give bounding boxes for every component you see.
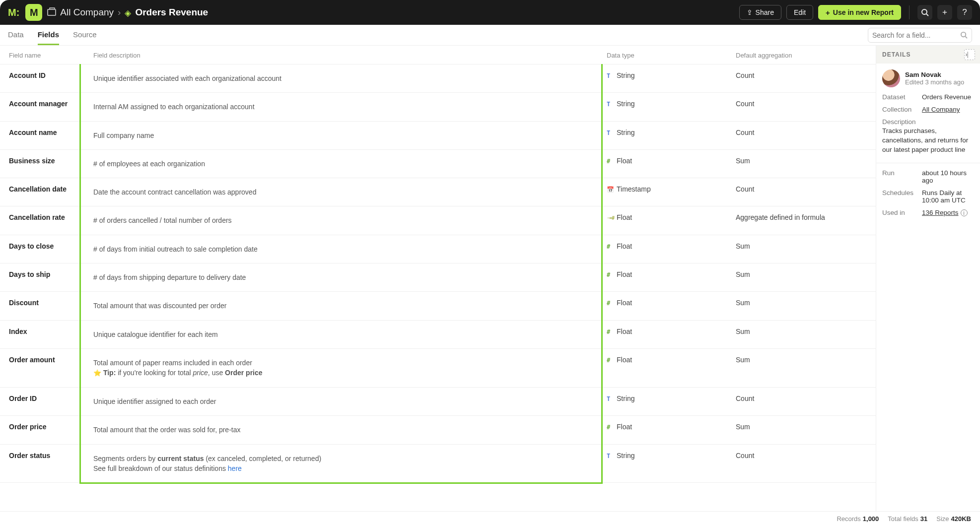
field-name: Account name <box>0 121 84 149</box>
table-row[interactable]: Order amountTotal amount of paper reams … <box>0 348 876 387</box>
svg-point-2 <box>961 32 966 37</box>
help-icon[interactable]: ? <box>957 5 972 20</box>
divider <box>909 5 910 19</box>
table-row[interactable]: Account IDUnique identifier associated w… <box>0 65 876 93</box>
field-description: Full company name <box>84 121 598 149</box>
field-type: #Float <box>598 235 727 263</box>
tab-source[interactable]: Source <box>73 25 97 45</box>
field-description: Total amount that was discounted per ord… <box>84 292 598 320</box>
sub-bar: Data Fields Source <box>0 25 980 46</box>
type-icon: T <box>607 395 614 402</box>
search-icon[interactable] <box>917 5 932 20</box>
plus-icon: + <box>826 8 830 17</box>
type-icon: 📅 <box>607 186 614 193</box>
col-field-desc[interactable]: Field description <box>84 46 598 65</box>
field-search-input[interactable] <box>872 31 960 39</box>
footer-size-val: 420KB <box>951 515 971 523</box>
field-description: Unique identifier assigned to each order <box>84 388 598 416</box>
field-type: TString <box>598 388 727 416</box>
table-row[interactable]: Account nameFull company nameTStringCoun… <box>0 121 876 149</box>
field-name: Order ID <box>0 388 84 416</box>
field-name: Order price <box>0 416 84 444</box>
details-used-link[interactable]: 136 Reportsi <box>922 209 974 216</box>
details-header-label: DETAILS <box>882 51 910 58</box>
details-collection-key: Collection <box>882 106 922 113</box>
footer-records-val: 1,000 <box>863 515 879 523</box>
field-name: Days to ship <box>0 263 84 292</box>
chevron-right-icon: › <box>118 7 121 18</box>
table-row[interactable]: Order statusSegments orders by current s… <box>0 444 876 483</box>
field-aggregation: Sum <box>727 235 876 263</box>
type-icon: T <box>607 130 614 136</box>
breadcrumb-collection[interactable]: All Company <box>60 7 114 18</box>
field-aggregation: Count <box>727 65 876 93</box>
field-description: # of days from shipping departure to del… <box>84 263 598 292</box>
table-row[interactable]: Order IDUnique identifier assigned to ea… <box>0 388 876 416</box>
field-search[interactable] <box>868 28 972 43</box>
table-header-row: Field name Field description Data type D… <box>0 46 876 65</box>
table-row[interactable]: Cancellation dateDate the account contra… <box>0 178 876 206</box>
table-row[interactable]: IndexUnique catalogue identifier for eac… <box>0 320 876 348</box>
collection-icon <box>47 9 56 16</box>
field-name: Cancellation rate <box>0 206 84 235</box>
brand-logo[interactable]: M <box>25 4 42 21</box>
details-header: DETAILS ›⎸ <box>876 46 980 64</box>
col-data-type[interactable]: Data type <box>598 46 727 65</box>
avatar <box>882 69 900 87</box>
edit-button[interactable]: Edit <box>786 5 813 20</box>
field-description: # of days from initial outreach to sale … <box>84 235 598 263</box>
topbar: M: M All Company › ◈ Orders Revenue ⇪ Sh… <box>0 0 980 25</box>
table-row[interactable]: Order priceTotal amount that the order w… <box>0 416 876 444</box>
details-body: Sam Novak Edited 3 months ago DatasetOrd… <box>876 64 980 221</box>
details-collection-link[interactable]: All Company <box>922 106 974 113</box>
table-row[interactable]: Account managerInternal AM assigned to e… <box>0 93 876 121</box>
table-row[interactable]: Cancellation rate# of orders cancelled /… <box>0 206 876 235</box>
field-aggregation: Count <box>727 444 876 483</box>
footer-records-key: Records <box>837 515 860 523</box>
tab-data[interactable]: Data <box>8 25 24 45</box>
field-aggregation: Count <box>727 178 876 206</box>
edit-button-label: Edit <box>794 8 806 16</box>
field-description: Date the account contract cancellation w… <box>84 178 598 206</box>
add-icon[interactable]: + <box>937 5 952 20</box>
field-type: #Float <box>598 263 727 292</box>
details-user-sub: Edited 3 months ago <box>905 78 964 86</box>
breadcrumb-dataset[interactable]: Orders Revenue <box>135 7 208 18</box>
field-name: Cancellation date <box>0 178 84 206</box>
col-default-agg[interactable]: Default aggregation <box>727 46 876 65</box>
tab-fields[interactable]: Fields <box>38 25 59 45</box>
table-row[interactable]: Days to close# of days from initial outr… <box>0 235 876 263</box>
details-panel: DETAILS ›⎸ Sam Novak Edited 3 months ago… <box>876 46 980 511</box>
collapse-panel-icon[interactable]: ›⎸ <box>964 49 975 60</box>
use-in-report-button[interactable]: + Use in new Report <box>818 5 901 20</box>
table-row[interactable]: Business size# of employees at each orga… <box>0 149 876 178</box>
svg-point-0 <box>922 9 927 14</box>
field-name: Index <box>0 320 84 348</box>
field-description: Unique catalogue identifier for each ite… <box>84 320 598 348</box>
field-type: #Float <box>598 348 727 387</box>
field-aggregation: Sum <box>727 416 876 444</box>
tabs: Data Fields Source <box>8 25 97 45</box>
share-icon: ⇪ <box>747 8 753 16</box>
field-description: Total amount that the order was sold for… <box>84 416 598 444</box>
share-button[interactable]: ⇪ Share <box>739 5 781 20</box>
type-icon: ·=# <box>607 215 614 221</box>
field-type: ·=#Float <box>598 206 727 235</box>
info-icon[interactable]: i <box>961 209 968 216</box>
field-type: TString <box>598 121 727 149</box>
table-row[interactable]: Days to ship# of days from shipping depa… <box>0 263 876 292</box>
col-field-name[interactable]: Field name <box>0 46 84 65</box>
field-description: Internal AM assigned to each organizatio… <box>84 93 598 121</box>
details-dataset-val: Orders Revenue <box>922 93 974 101</box>
field-aggregation: Sum <box>727 263 876 292</box>
field-type: #Float <box>598 320 727 348</box>
type-icon: T <box>607 72 614 79</box>
type-icon: # <box>607 158 614 165</box>
table-row[interactable]: DiscountTotal amount that was discounted… <box>0 292 876 320</box>
field-name: Days to close <box>0 235 84 263</box>
type-icon: # <box>607 329 614 335</box>
type-icon: T <box>607 453 614 460</box>
details-desc-key: Description <box>882 118 974 126</box>
status-bar: Records1,000 Total fields31 Size420KB <box>0 511 980 526</box>
field-type: TString <box>598 93 727 121</box>
